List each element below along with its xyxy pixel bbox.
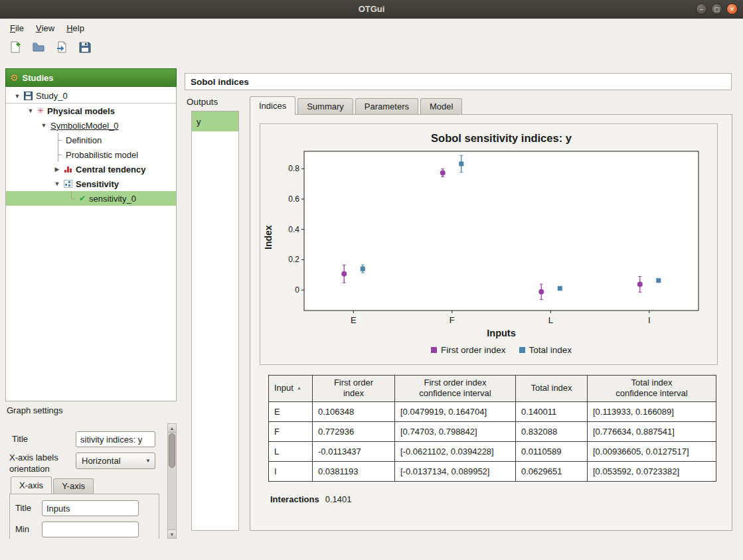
legend-first-order: First order index <box>431 345 506 355</box>
central-tendency-icon <box>64 165 72 173</box>
tree-item-central-tendency[interactable]: ▶ Central tendency <box>6 162 176 176</box>
studies-header-label: Studies <box>23 73 54 83</box>
tree-branch-line <box>67 191 76 206</box>
cell-input: I <box>269 461 313 481</box>
axis-title-input[interactable]: Inputs <box>42 500 139 516</box>
cell-total: 0.140011 <box>516 401 588 421</box>
cell-total-ci: [0.113933, 0.166089] <box>588 401 716 421</box>
chart-title: Sobol sensitivity indices: y <box>304 132 699 145</box>
physical-model-icon: ✳ <box>37 107 44 115</box>
sensitivity-icon <box>64 180 72 188</box>
maximize-button[interactable]: ▢ <box>711 3 722 15</box>
chart-body: Index 00.20.40.60.8EFLI <box>260 147 717 328</box>
cell-first-order: 0.772936 <box>313 421 395 441</box>
sobol-indices-table: Input▲ First order index First order ind… <box>268 375 716 482</box>
toolbar <box>0 36 743 60</box>
tab-y-axis[interactable]: Y-axis <box>53 478 94 494</box>
scroll-down-icon[interactable]: ▼ <box>168 529 176 538</box>
axis-tabs: X-axis Y-axis <box>11 477 95 494</box>
cell-total: 0.0629651 <box>516 461 588 481</box>
open-study-icon <box>32 40 45 56</box>
scrollbar-thumb[interactable] <box>169 433 175 468</box>
graph-settings-heading: Graph settings <box>7 405 63 415</box>
svg-text:F: F <box>450 315 455 325</box>
cell-first-order: 0.106348 <box>313 401 395 421</box>
graph-settings-panel: Title sitivity indices: y X-axis labels … <box>5 423 177 539</box>
axis-title-label: Title <box>15 503 31 513</box>
outputs-list: y <box>191 111 239 531</box>
interactions-label: Interactions <box>270 494 319 504</box>
svg-text:E: E <box>351 315 357 325</box>
output-item-y[interactable]: y <box>192 111 238 131</box>
tree-item-definition[interactable]: Definition <box>6 133 176 147</box>
tab-summary[interactable]: Summary <box>297 98 353 115</box>
tree-item-sensitivity-0[interactable]: ✔ sensitivity_0 <box>6 191 176 206</box>
chevron-down-icon[interactable]: ▼ <box>54 180 60 187</box>
tree-item-sensitivity[interactable]: ▼ Sensitivity <box>6 176 176 191</box>
window-title: OTGui <box>359 4 385 14</box>
tree-branch-line <box>54 133 62 147</box>
tree-item-symbolic-model[interactable]: ▼ SymbolicModel_0 <box>6 118 176 133</box>
table-header-first-order[interactable]: First order index <box>313 376 395 402</box>
xaxis-orientation-select[interactable]: Horizontal ▼ <box>76 453 155 469</box>
svg-text:0: 0 <box>295 285 299 295</box>
table-row: I 0.0381193 [-0.0137134, 0.089952] 0.062… <box>269 461 716 481</box>
menu-view[interactable]: View <box>30 19 60 36</box>
scroll-up-icon[interactable]: ▲ <box>168 424 176 433</box>
tab-x-axis[interactable]: X-axis <box>11 476 52 494</box>
tree-item-probabilistic-model[interactable]: Probabilistic model <box>6 147 176 162</box>
analysis-title-field[interactable]: Sobol indices <box>185 73 732 90</box>
svg-text:0.2: 0.2 <box>288 255 299 264</box>
tab-parameters[interactable]: Parameters <box>355 98 418 115</box>
tree-item-physical-models[interactable]: ▼ ✳ Physical models <box>6 104 176 118</box>
chevron-right-icon[interactable]: ▶ <box>54 166 60 173</box>
xaxis-orientation-label: X-axis labels orientation <box>9 453 73 475</box>
cell-first-order-ci: [-0.0137134, 0.089952] <box>395 461 516 481</box>
open-study-button[interactable] <box>30 40 47 57</box>
svg-text:L: L <box>548 315 553 325</box>
table-header-total-ci[interactable]: Total index confidence interval <box>588 376 716 402</box>
graph-title-input[interactable]: sitivity indices: y <box>76 431 155 447</box>
legend-swatch-total <box>519 347 525 353</box>
chevron-down-icon: ▼ <box>145 458 151 464</box>
new-study-icon <box>9 40 22 56</box>
menu-file[interactable]: File <box>4 19 30 36</box>
table-header-first-order-ci[interactable]: First order index confidence interval <box>395 376 516 402</box>
cell-first-order-ci: [0.74703, 0.798842] <box>395 421 516 441</box>
cell-input: E <box>269 401 313 421</box>
table-row: L -0.0113437 [-0.0621102, 0.0394228] 0.0… <box>269 441 716 461</box>
menu-help[interactable]: Help <box>60 19 90 36</box>
save-button[interactable] <box>76 40 94 57</box>
tab-indices[interactable]: Indices <box>250 96 295 115</box>
chevron-down-icon[interactable]: ▼ <box>27 107 34 114</box>
indices-tab-content: Sobol sensitivity indices: y Index 00.20… <box>250 114 732 531</box>
new-study-button[interactable] <box>7 40 24 57</box>
export-script-button[interactable] <box>53 40 70 57</box>
tree-item-study-0[interactable]: ▼ Study_0 <box>6 89 176 104</box>
svg-text:I: I <box>648 315 651 325</box>
table-header-total[interactable]: Total index <box>516 376 588 402</box>
table-header-input[interactable]: Input▲ <box>269 376 313 402</box>
cell-input: L <box>269 441 313 461</box>
interactions-row: Interactions 0.1401 <box>270 494 351 504</box>
axis-settings-frame: Title Inputs Min <box>9 494 159 539</box>
tab-model[interactable]: Model <box>420 98 462 115</box>
minimize-button[interactable]: – <box>696 3 707 15</box>
cell-first-order: -0.0113437 <box>313 441 395 461</box>
tree-branch-line <box>54 147 62 162</box>
result-tabs: Indices Summary Parameters Model <box>250 97 464 115</box>
settings-scrollbar[interactable]: ▲ ▼ <box>167 423 177 539</box>
cell-first-order-ci: [-0.0621102, 0.0394228] <box>395 441 516 461</box>
chevron-down-icon[interactable]: ▼ <box>14 93 21 100</box>
cell-first-order-ci: [0.0479919, 0.164704] <box>395 401 516 421</box>
chart-legend: First order index Total index <box>304 345 699 355</box>
check-icon: ✔ <box>79 194 86 202</box>
titlebar: OTGui – ▢ ✕ <box>0 0 743 19</box>
axis-min-input[interactable] <box>42 522 139 537</box>
chevron-down-icon[interactable]: ▼ <box>41 122 47 129</box>
sobol-chart-frame: Sobol sensitivity indices: y Index 00.20… <box>260 123 718 365</box>
studies-tree: ▼ Study_0 ▼ ✳ Physical models ▼ Symbolic… <box>5 87 177 401</box>
cell-total-ci: [0.00936605, 0.0127517] <box>588 441 716 461</box>
close-button[interactable]: ✕ <box>726 3 738 15</box>
cell-total: 0.0110589 <box>516 441 588 461</box>
